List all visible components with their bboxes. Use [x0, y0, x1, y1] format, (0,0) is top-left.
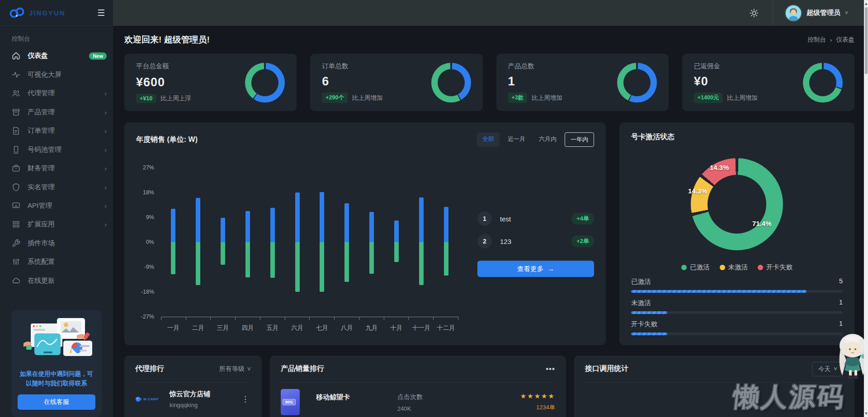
- bar-negative: [419, 242, 424, 285]
- sidebar-item-bigscreen[interactable]: 可视化大屏: [0, 65, 113, 84]
- stat-value: ¥600: [136, 75, 191, 89]
- rank-name: 123: [500, 238, 511, 245]
- star-icon: ★: [527, 392, 534, 400]
- sidebar-item-orders[interactable]: 订单管理 ›: [0, 122, 113, 140]
- sidebar-item-label: API管理: [28, 201, 52, 210]
- x-tick-label: 七月: [310, 324, 335, 332]
- ellipsis-menu-icon[interactable]: •••: [546, 365, 555, 374]
- theme-toggle-sun-icon[interactable]: [749, 8, 759, 18]
- hamburger-menu-icon[interactable]: ☰: [97, 8, 105, 18]
- agent-shop-logo: W-CARP: [135, 396, 164, 403]
- kebab-menu-icon[interactable]: ⋮: [240, 394, 251, 404]
- sidebar-item-online-update[interactable]: 在线更新: [0, 272, 113, 290]
- sidebar-section-label: 控制台: [0, 26, 113, 47]
- rank-badge: +4单: [571, 213, 594, 225]
- stat-value: 1: [508, 75, 562, 89]
- tab-one-year[interactable]: 一年内: [565, 132, 594, 147]
- legend-dot-yellow: [720, 265, 725, 270]
- progress-track: [631, 311, 843, 314]
- x-tick-label: 十一月: [409, 324, 434, 332]
- star-icon: ★: [534, 392, 541, 400]
- x-tick-label: 十月: [384, 324, 409, 332]
- x-tick-label: 九月: [359, 324, 384, 332]
- sidebar-item-plugin-market[interactable]: 插件市场: [0, 234, 113, 253]
- view-more-label: 查看更多: [517, 265, 543, 273]
- progress-row-failed: 开卡失败1: [631, 320, 843, 335]
- sidebar-item-label: 订单管理: [28, 127, 55, 135]
- bar-positive: [196, 198, 200, 242]
- y-tick-label: 0%: [146, 239, 154, 245]
- donut-label-activated: 71.4%: [752, 220, 772, 227]
- scrollbar-down-arrow[interactable]: [864, 411, 868, 416]
- activity-icon: [12, 70, 20, 79]
- bar-column: [260, 168, 285, 317]
- scrollbar-thumb[interactable]: [865, 7, 868, 74]
- product-image: 80G: [281, 389, 300, 415]
- bar-column: [211, 168, 236, 317]
- mini-donut-chart: [803, 63, 843, 103]
- bar-column: [285, 168, 310, 317]
- user-menu[interactable]: 超级管理员 ˅: [773, 0, 848, 26]
- sidebar-item-label: 代理管理: [28, 89, 55, 98]
- sidebar-item-system-config[interactable]: 系统配置: [0, 253, 113, 271]
- stat-title: 产品总数: [508, 62, 562, 70]
- watermark-text: 懒人源码: [731, 380, 847, 415]
- sidebar-item-label: 系统配置: [28, 258, 55, 266]
- ranking-row[interactable]: 2 123 +2单: [477, 231, 594, 252]
- bar-positive: [394, 220, 399, 242]
- agent-level-filter[interactable]: 所有等级 ˅: [219, 365, 251, 373]
- y-tick-label: 18%: [143, 189, 154, 196]
- breadcrumb-dashboard[interactable]: 仪表盘: [836, 36, 855, 44]
- bar-chart: 27% 18% 9% 0% -9% -18% -27% 一月: [136, 153, 458, 332]
- star-icon: ★: [520, 392, 527, 400]
- bar-positive: [320, 192, 324, 242]
- ranking-row[interactable]: 1 test +4单: [477, 208, 594, 229]
- sidebar-item-number-pool[interactable]: 号码池管理 ›: [0, 140, 113, 159]
- mini-donut-chart: [617, 63, 657, 103]
- stat-note: 比上周上浮: [160, 94, 191, 103]
- online-support-button[interactable]: 在线客服: [18, 394, 95, 410]
- sidebar-item-agents[interactable]: 代理管理 ›: [0, 84, 113, 103]
- bar-positive: [245, 211, 250, 242]
- scrollbar-up-arrow[interactable]: [864, 1, 868, 6]
- stat-card-platform-total: 平台总金额 ¥600 +¥10 比上周上浮: [124, 54, 297, 111]
- x-axis-ticks: [161, 317, 458, 320]
- tab-last-month[interactable]: 近一月: [502, 132, 531, 147]
- agent-logo-text: W-CARP: [143, 397, 159, 401]
- sidebar-item-dashboard[interactable]: 仪表盘 New: [0, 47, 113, 65]
- scrollbar[interactable]: [864, 0, 868, 417]
- sales-ranking: 1 test +4单 2 123 +2单 查看更多 →: [458, 153, 594, 332]
- sidebar-item-products[interactable]: 产品管理 ›: [0, 103, 113, 121]
- chevron-right-icon: ›: [104, 146, 107, 154]
- file-text-icon: [12, 127, 20, 135]
- stat-title: 已返佣金: [694, 62, 758, 70]
- content: 欢迎回来! 超级管理员! 控制台 › 仪表盘 平台总金额 ¥600 +¥10 比…: [113, 26, 868, 417]
- sidebar-item-api[interactable]: API管理 ›: [0, 197, 113, 215]
- mascot-image: [835, 332, 868, 400]
- progress-row-activated: 已激活5: [631, 277, 843, 293]
- product-list-item[interactable]: 80G 移动鲸望卡 点击次数 240K ★★★★★ 1234单: [281, 383, 555, 415]
- sidebar-item-realname[interactable]: 实名管理 ›: [0, 178, 113, 196]
- product-name: 移动鲸望卡: [316, 389, 397, 402]
- progress-label: 已激活: [631, 277, 651, 286]
- sidebar-item-extensions[interactable]: 扩展应用 ›: [0, 215, 113, 234]
- donut-label-failed: 14.3%: [710, 164, 729, 171]
- shield-icon: [12, 183, 20, 192]
- tab-six-months[interactable]: 六月内: [533, 132, 562, 147]
- tab-all[interactable]: 全部: [477, 132, 500, 147]
- product-rank-title: 产品销量排行: [281, 364, 324, 374]
- y-tick-label: 9%: [146, 214, 154, 220]
- topbar: 超级管理员 ˅: [113, 0, 868, 26]
- chevron-right-icon: ›: [104, 164, 107, 172]
- chevron-down-icon: ˅: [247, 365, 251, 373]
- users-icon: [12, 89, 20, 98]
- agent-rank-title: 代理排行: [135, 364, 164, 374]
- stat-card-commission: 已返佣金 ¥0 +1400元 比上周增加: [682, 54, 854, 111]
- agent-list-item[interactable]: W-CARP 惊云官方店铺 kingqqking ⋮: [135, 383, 251, 408]
- view-more-button[interactable]: 查看更多 →: [477, 261, 594, 277]
- main-column: 超级管理员 ˅ 欢迎回来! 超级管理员! 控制台 › 仪表盘 平台总金额 ¥60…: [113, 0, 868, 417]
- sidebar-item-finance[interactable]: 财务管理 ›: [0, 159, 113, 178]
- bar-positive: [221, 218, 225, 242]
- bar-positive: [344, 203, 349, 242]
- breadcrumb-console[interactable]: 控制台: [808, 36, 826, 44]
